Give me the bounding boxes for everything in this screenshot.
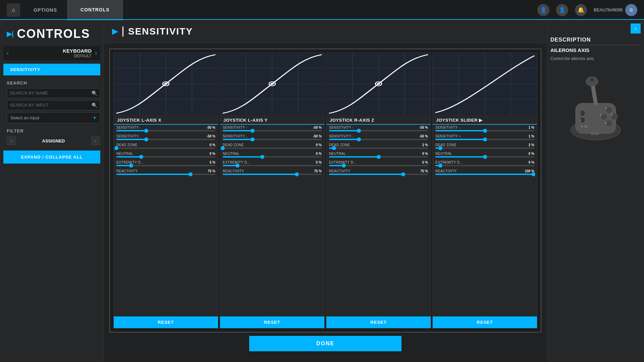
reset-button-r-axis-z[interactable]: RESET <box>326 316 431 328</box>
notification-icon-button[interactable]: 🔔 <box>575 4 587 16</box>
param-label: SENSITIVITY... <box>223 134 248 138</box>
search-by-input-input[interactable] <box>10 103 92 108</box>
slider-extremity[interactable] <box>223 165 322 166</box>
param-label: NEUTRAL <box>435 152 452 156</box>
param-label: REACTIVITY <box>435 169 457 173</box>
select-input-label: Select an input <box>10 115 93 120</box>
social-icon-button[interactable]: 👤 <box>537 4 549 16</box>
axis-title-l-axis-y: JOYSTICK L-AXIS Y <box>220 115 324 125</box>
slider-sens-plus[interactable] <box>116 139 215 140</box>
svg-text:3: 3 <box>611 113 612 117</box>
slider-reactivity[interactable] <box>329 174 428 175</box>
slider-dead-zone[interactable] <box>435 147 534 149</box>
param-value: 0 % <box>308 152 322 156</box>
search-name-icon: 🔍 <box>92 90 97 96</box>
search-label: SEARCH <box>7 80 100 85</box>
svg-text:12: 12 <box>595 132 598 135</box>
param-label: SENSITIVITY - <box>223 126 248 129</box>
curve-graph-l-axis-y <box>220 53 324 115</box>
search-by-input-wrap[interactable]: 🔍 <box>7 100 100 110</box>
param-label: NEUTRAL <box>329 152 346 156</box>
profile-icon-button[interactable]: 👤 <box>556 4 568 16</box>
filter-left-button[interactable]: ‹ <box>7 136 16 145</box>
slider-sens-plus[interactable] <box>223 139 322 140</box>
username-display[interactable]: BEAU76#9099 B <box>594 4 637 16</box>
keyboard-name: KEYBOARD <box>12 48 92 54</box>
done-row: DONE <box>109 333 541 357</box>
slider-sens-minus[interactable] <box>329 130 428 131</box>
svg-text:11: 11 <box>591 132 594 135</box>
slider-sens-minus[interactable] <box>435 130 534 131</box>
search-input-icon: 🔍 <box>92 103 97 108</box>
axis-card-r-axis-z: JOYSTICK R-AXIS Z SENSITIVITY - -50 % SE… <box>326 53 431 328</box>
slider-sens-minus[interactable] <box>223 130 322 131</box>
joystick-image: 4 3 5 6 7 8 9 10 11 12 <box>550 70 641 143</box>
param-row: EXTREMITY D... 5 % <box>326 160 431 164</box>
reset-button-l-axis-x[interactable]: RESET <box>114 316 218 328</box>
slider-neutral[interactable] <box>435 156 534 158</box>
select-arrow-icon: ▼ <box>93 116 97 120</box>
select-input-dropdown[interactable]: Select an input ▼ <box>7 112 100 123</box>
param-row: SENSITIVITY - -50 % <box>326 125 431 129</box>
slider-dead-zone[interactable] <box>116 147 215 149</box>
home-button[interactable]: ⌂ <box>7 3 20 17</box>
filter-right-button[interactable]: › <box>91 136 100 145</box>
options-tab[interactable]: OPTIONS <box>23 0 67 20</box>
controls-tab[interactable]: CONTROLS <box>67 0 123 20</box>
param-label: NEUTRAL <box>223 152 239 156</box>
keyboard-left-arrow-icon[interactable]: ‹ <box>7 50 9 57</box>
param-value: 75 % <box>415 169 428 173</box>
slider-extremity[interactable] <box>435 165 534 166</box>
filter-value: ASSIGNED <box>19 138 88 143</box>
param-label: DEAD ZONE <box>435 143 457 147</box>
topbar: ⌂ OPTIONS CONTROLS 👤 👤 🔔 BEAU76#9099 B <box>0 0 644 20</box>
slider-reactivity[interactable] <box>116 174 215 175</box>
keyboard-right-arrow-icon[interactable]: › <box>95 50 97 57</box>
slider-sens-plus[interactable] <box>329 139 428 140</box>
topbar-right: 👤 👤 🔔 BEAU76#9099 B <box>537 4 637 16</box>
param-label: SENSITIVITY... <box>116 134 142 138</box>
param-row: REACTIVITY 75 % <box>326 168 431 173</box>
reset-button-l-axis-y[interactable]: RESET <box>220 316 324 328</box>
slider-reactivity[interactable] <box>223 174 322 175</box>
param-row: EXTREMITY D... 0 % <box>433 160 537 164</box>
param-value: 0 % <box>415 152 428 156</box>
done-button[interactable]: DONE <box>249 336 401 351</box>
param-value: 0 % <box>521 152 534 156</box>
param-row: DEAD ZONE 2 % <box>326 142 431 147</box>
param-value: 2 % <box>415 143 428 147</box>
svg-point-15 <box>271 83 274 85</box>
slider-reactivity[interactable] <box>435 174 534 175</box>
param-label: REACTIVITY <box>329 169 351 173</box>
sensitivity-button[interactable]: SENSITIVITY <box>3 64 100 75</box>
svg-text:7: 7 <box>580 112 581 115</box>
sens-divider <box>122 26 123 37</box>
param-row: NEUTRAL 0 % <box>220 151 324 156</box>
slider-sens-plus[interactable] <box>435 139 534 140</box>
cards-container: JOYSTICK L-AXIS X SENSITIVITY - -50 % SE… <box>109 49 541 333</box>
slider-neutral[interactable] <box>223 156 322 158</box>
search-by-name-wrap[interactable]: 🔍 <box>7 88 100 98</box>
sidebar-arrow-icon: ▶| <box>7 30 14 38</box>
slider-neutral[interactable] <box>116 156 215 158</box>
slider-sens-minus[interactable] <box>116 130 215 131</box>
slider-extremity[interactable] <box>116 165 215 166</box>
svg-text:6: 6 <box>605 121 607 125</box>
keyboard-selector[interactable]: ‹ KEYBOARD DEFAULT › <box>3 46 100 60</box>
filter-row: ‹ ASSIGNED › <box>7 136 100 145</box>
slider-neutral[interactable] <box>329 156 428 158</box>
right-panel: › DESCRIPTION AILERONS AXIS Control the … <box>547 20 644 362</box>
right-nav-arrow-button[interactable]: › <box>631 23 641 34</box>
slider-dead-zone[interactable] <box>329 147 428 149</box>
svg-text:5: 5 <box>600 113 602 117</box>
search-by-name-input[interactable] <box>10 91 92 96</box>
slider-extremity[interactable] <box>329 165 428 166</box>
expand-collapse-button[interactable]: EXPAND / COLLAPSE ALL <box>3 150 100 164</box>
svg-text:8: 8 <box>580 119 581 122</box>
sidebar-header: ▶| CONTROLS <box>0 20 104 44</box>
slider-dead-zone[interactable] <box>223 147 322 149</box>
param-row: EXTREMITY D... 5 % <box>220 160 324 164</box>
svg-point-7 <box>164 83 167 85</box>
reset-button-slider[interactable]: RESET <box>433 316 537 328</box>
right-description: Control the ailerons axis. <box>550 56 641 62</box>
